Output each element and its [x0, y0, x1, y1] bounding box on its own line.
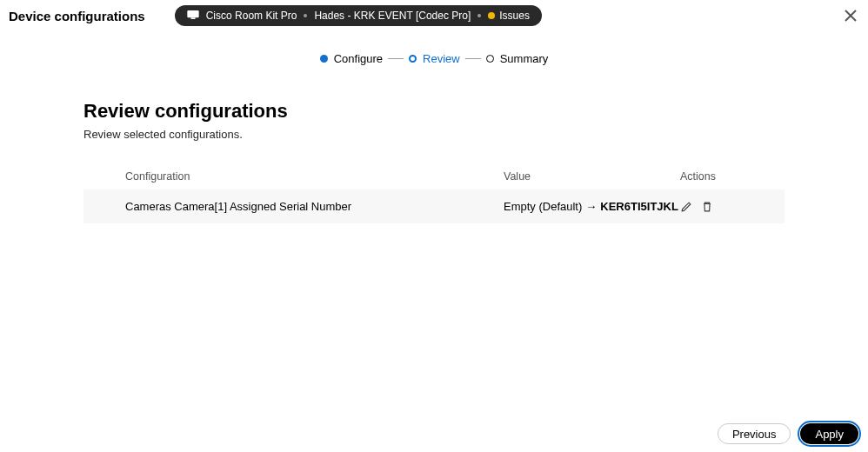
config-name: Cameras Camera[1] Assigned Serial Number — [125, 200, 504, 213]
config-table: Configuration Value Actions Cameras Came… — [83, 163, 785, 223]
step-divider-icon — [388, 58, 404, 59]
previous-button[interactable]: Previous — [718, 423, 791, 444]
pencil-icon — [680, 201, 692, 213]
issues-label: Issues — [499, 10, 530, 22]
delete-button[interactable] — [701, 201, 713, 213]
svg-rect-0 — [187, 10, 198, 17]
separator-dot-icon — [477, 14, 481, 17]
new-value: KER6TI5ITJKL — [600, 200, 678, 213]
col-header-value: Value — [504, 170, 680, 183]
page-title: Device configurations — [9, 9, 145, 23]
step-review[interactable]: Review — [409, 52, 460, 65]
section-title: Review configurations — [83, 100, 785, 123]
step-indicator-current-icon — [409, 55, 417, 63]
row-actions — [680, 201, 743, 213]
close-icon — [845, 10, 857, 22]
device-icon — [187, 10, 199, 22]
issues-indicator: Issues — [488, 10, 530, 22]
config-value: Empty (Default) → KER6TI5ITJKL — [504, 200, 680, 213]
old-value: Empty (Default) — [504, 200, 582, 213]
device-name-label: Hades - KRK EVENT [Codec Pro] — [314, 10, 471, 22]
step-summary[interactable]: Summary — [486, 52, 549, 65]
apply-focus-ring: Apply — [798, 421, 861, 447]
arrow-icon: → — [585, 200, 597, 213]
content-area: Review configurations Review selected co… — [0, 65, 868, 223]
step-divider-icon — [465, 58, 481, 59]
edit-button[interactable] — [680, 201, 692, 213]
close-button[interactable] — [842, 7, 859, 24]
step-label: Summary — [500, 52, 549, 65]
apply-button[interactable]: Apply — [800, 423, 858, 444]
col-header-configuration: Configuration — [125, 170, 504, 183]
warning-dot-icon — [488, 12, 495, 19]
separator-dot-icon — [304, 14, 307, 17]
step-indicator-pending-icon — [486, 55, 494, 63]
section-subtitle: Review selected configurations. — [83, 128, 785, 141]
trash-icon — [701, 201, 713, 213]
header-bar: Device configurations Cisco Room Kit Pro… — [0, 0, 868, 31]
step-indicator-done-icon — [320, 55, 328, 63]
step-label: Review — [423, 52, 460, 65]
footer-bar: Previous Apply — [0, 421, 868, 452]
device-type-label: Cisco Room Kit Pro — [206, 10, 297, 22]
table-header-row: Configuration Value Actions — [83, 163, 785, 189]
stepper: Configure Review Summary — [0, 52, 868, 65]
device-context-pill: Cisco Room Kit Pro Hades - KRK EVENT [Co… — [175, 5, 542, 26]
step-configure[interactable]: Configure — [320, 52, 383, 65]
svg-rect-1 — [190, 17, 195, 19]
table-row: Cameras Camera[1] Assigned Serial Number… — [83, 189, 785, 223]
step-label: Configure — [334, 52, 383, 65]
col-header-actions: Actions — [680, 170, 743, 183]
